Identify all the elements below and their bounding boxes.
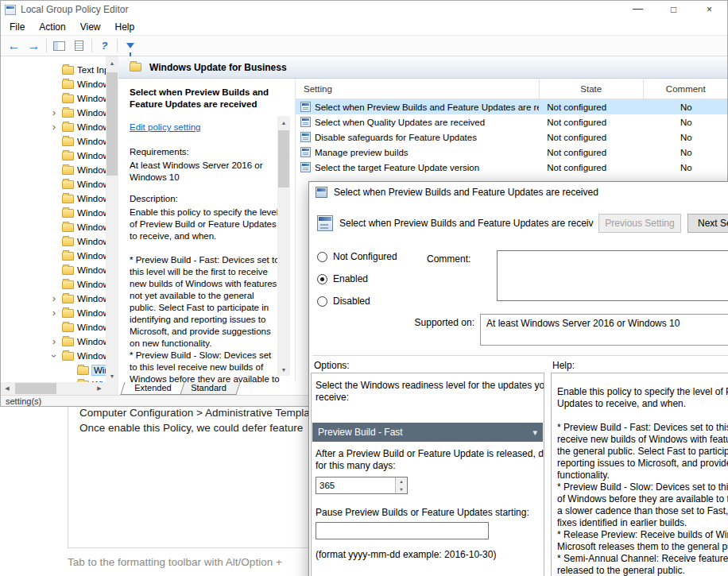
spinner-down-icon[interactable]: [396, 485, 407, 493]
edit-policy-setting-link[interactable]: Edit policy setting: [130, 122, 201, 133]
radio-enabled[interactable]: Enabled: [317, 268, 397, 290]
tree-item[interactable]: ›Windows: [1, 292, 106, 306]
tab-extended[interactable]: Extended: [120, 382, 185, 395]
scroll-up-icon[interactable]: [106, 56, 118, 69]
toolbar: [1, 36, 727, 56]
scrollbar-thumb[interactable]: [106, 72, 118, 176]
settings-row[interactable]: Select when Quality Updates are received…: [296, 114, 728, 130]
column-header-state[interactable]: State: [540, 79, 644, 99]
tree-item[interactable]: Windows: [1, 163, 106, 177]
chevron-right-icon[interactable]: ›: [48, 294, 60, 303]
options-box: Select the Windows readiness level for t…: [311, 373, 544, 576]
policy-setting-icon: [300, 162, 311, 172]
tree-item-label: Windows: [77, 108, 106, 118]
chevron-down-icon[interactable]: ›: [49, 350, 59, 362]
chevron-down-icon[interactable]: [532, 427, 537, 438]
radio-not-configured[interactable]: Not Configured: [317, 245, 397, 268]
setting-name: Manage preview builds: [315, 148, 409, 157]
forward-icon[interactable]: [24, 37, 44, 55]
tree-item[interactable]: Windows: [1, 234, 106, 249]
tree-item[interactable]: Windows: [1, 220, 106, 234]
column-header-comment[interactable]: Comment: [644, 79, 728, 99]
tree-item[interactable]: Windows: [1, 191, 106, 206]
menu-view[interactable]: View: [73, 18, 108, 36]
comment-textarea[interactable]: [497, 250, 728, 301]
tab-standard[interactable]: Standard: [177, 382, 241, 395]
tree-item[interactable]: Windows: [1, 277, 106, 292]
tree-horizontal-scrollbar[interactable]: [1, 382, 106, 395]
comment-cell: No: [644, 130, 728, 145]
chevron-right-icon[interactable]: ›: [48, 108, 60, 118]
settings-row[interactable]: Select when Preview Builds and Feature U…: [296, 99, 728, 114]
folder-icon: [62, 266, 74, 275]
scroll-down-icon[interactable]: [277, 363, 290, 376]
console-tree-icon[interactable]: [49, 37, 69, 55]
tree-item[interactable]: ›Windows: [1, 306, 106, 320]
scroll-left-icon[interactable]: [1, 382, 14, 395]
chevron-right-icon[interactable]: ›: [48, 122, 60, 132]
scrollbar-thumb[interactable]: [15, 383, 56, 394]
next-setting-button[interactable]: Next Setting: [687, 214, 728, 233]
spinner-up-icon[interactable]: [396, 477, 407, 485]
menu-action[interactable]: Action: [32, 18, 72, 36]
tree-vertical-scrollbar[interactable]: [106, 56, 118, 382]
description-label: Description:: [130, 193, 281, 205]
tree-item[interactable]: ›Windows: [1, 349, 106, 363]
tree-item[interactable]: Windows: [1, 263, 106, 277]
minimize-button[interactable]: —: [620, 1, 656, 18]
tree-item[interactable]: Windows: [1, 77, 106, 91]
maximize-button[interactable]: □: [656, 1, 691, 18]
setting-cell: Select the target Feature Update version: [296, 160, 539, 175]
supported-on-value: At least Windows Server 2016 or Windows …: [486, 318, 680, 329]
scroll-up-icon[interactable]: [277, 116, 290, 129]
screen: Computer Configuration > Administrative …: [0, 0, 728, 576]
settings-row[interactable]: Select the target Feature Update version…: [296, 160, 728, 175]
tree-item-label: Windows: [77, 222, 106, 232]
description-scrollbar[interactable]: [277, 116, 290, 376]
tree-item[interactable]: Windows: [1, 206, 106, 220]
dialog-title-bar[interactable]: Select when Preview Builds and Feature U…: [309, 182, 728, 203]
defer-days-spinner[interactable]: [316, 477, 408, 494]
pause-date-input[interactable]: [316, 522, 489, 539]
menu-help[interactable]: Help: [108, 18, 142, 36]
window-title: Local Group Policy Editor: [21, 4, 128, 15]
readiness-combobox[interactable]: Preview Build - Fast: [312, 423, 543, 442]
folder-icon: [130, 63, 141, 72]
tree-item[interactable]: Windows Update for Business: [1, 363, 106, 377]
radio-button[interactable]: [317, 274, 327, 284]
tree-item[interactable]: ›Windows: [1, 334, 106, 349]
scroll-down-icon[interactable]: [106, 369, 118, 382]
close-button[interactable]: ×: [691, 1, 727, 18]
scroll-right-icon[interactable]: [93, 382, 106, 395]
previous-setting-button[interactable]: Previous Setting: [598, 214, 681, 233]
tree-item[interactable]: Windows: [1, 91, 106, 106]
radio-disabled[interactable]: Disabled: [317, 290, 397, 312]
tree-item-label: Windows: [77, 194, 106, 203]
tree-item[interactable]: ›Windows: [1, 106, 106, 120]
tree-item[interactable]: Text Input: [1, 63, 106, 77]
settings-row[interactable]: Disable safeguards for Feature UpdatesNo…: [296, 130, 728, 145]
tree-item[interactable]: Windows: [1, 149, 106, 163]
filter-icon[interactable]: [120, 37, 140, 55]
back-icon[interactable]: [4, 37, 24, 55]
scrollbar-thumb[interactable]: [278, 130, 289, 187]
radio-button[interactable]: [317, 252, 327, 262]
tree-item[interactable]: Windows: [1, 134, 106, 149]
help-icon[interactable]: [95, 37, 114, 55]
column-header-setting[interactable]: Setting: [296, 79, 540, 99]
setting-name: Select when Quality Updates are received: [315, 118, 485, 127]
chevron-right-icon[interactable]: ›: [48, 337, 60, 346]
menu-file[interactable]: File: [2, 18, 32, 36]
tree-item[interactable]: Windows: [1, 249, 106, 263]
chevron-right-icon[interactable]: ›: [48, 308, 60, 318]
defer-days-input[interactable]: [316, 477, 395, 493]
radio-button[interactable]: [317, 296, 327, 307]
folder-icon: [62, 166, 74, 175]
settings-row[interactable]: Manage preview buildsNot configuredNo: [296, 145, 728, 160]
title-bar[interactable]: Local Group Policy Editor — □ ×: [1, 1, 727, 18]
tree-item-label: Windows: [77, 308, 106, 318]
tree-item[interactable]: Windows: [1, 320, 106, 334]
export-list-icon[interactable]: [69, 37, 89, 55]
tree-item[interactable]: Windows: [1, 177, 106, 191]
tree-item[interactable]: ›Windows: [1, 120, 106, 134]
